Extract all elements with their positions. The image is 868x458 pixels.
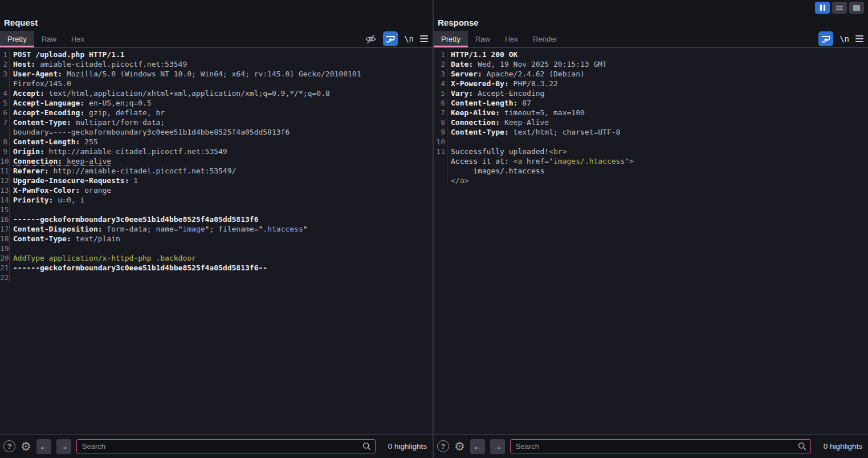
code-line: 22 xyxy=(0,273,433,282)
line-number xyxy=(434,166,447,176)
line-number: 5 xyxy=(434,88,447,98)
tab-hex[interactable]: Hex xyxy=(498,31,525,47)
line-number: 10 xyxy=(434,137,447,147)
word-wrap-icon[interactable] xyxy=(818,31,833,46)
gear-icon[interactable]: ⚙ xyxy=(21,440,31,452)
line-number: 9 xyxy=(434,127,447,137)
code-line: 6Accept-Encoding: gzip, deflate, br xyxy=(0,108,433,117)
request-editor[interactable]: 1POST /upload.php HTTP/1.12Host: amiable… xyxy=(0,48,433,434)
tab-raw[interactable]: Raw xyxy=(468,31,498,47)
code-line: 7Keep-Alive: timeout=5, max=100 xyxy=(434,108,868,117)
line-number: 5 xyxy=(0,98,10,108)
code-line: 9Content-Type: text/html; charset=UTF-8 xyxy=(434,127,868,137)
line-number: 4 xyxy=(434,79,447,88)
code-line: 10 xyxy=(434,137,868,147)
code-line: images/.htaccess xyxy=(434,166,868,176)
response-panel: Response PrettyRawHexRender \n 1HTTP/1.1… xyxy=(434,0,868,458)
code-line: 4X-Powered-By: PHP/8.3.22 xyxy=(434,79,868,88)
response-tabbar: PrettyRawHexRender \n xyxy=(434,31,868,48)
code-line: 17Content-Disposition: form-data; name="… xyxy=(0,224,433,234)
request-tabbar: PrettyRawHex \ xyxy=(0,31,433,48)
code-line: 13X-PwnFox-Color: orange xyxy=(0,185,433,195)
search-icon xyxy=(797,441,807,453)
tab-raw[interactable]: Raw xyxy=(34,31,64,47)
tab-hex[interactable]: Hex xyxy=(64,31,92,47)
line-number: 1 xyxy=(0,50,10,59)
code-line: 11Referer: http://amiable-citadel.picoct… xyxy=(0,166,433,176)
line-number: 7 xyxy=(434,108,447,117)
response-editor[interactable]: 1HTTP/1.1 200 OK2Date: Wed, 19 Nov 2025 … xyxy=(434,48,868,434)
hide-matches-icon[interactable] xyxy=(365,33,377,45)
code-line: 16------geckoformboundary3c0eee51b1d4bbe… xyxy=(0,214,433,224)
line-number: 3 xyxy=(0,69,10,79)
gear-icon[interactable]: ⚙ xyxy=(454,440,465,452)
code-line: 18Content-Type: text/plain xyxy=(0,234,433,244)
code-line: 5Vary: Accept-Encoding xyxy=(434,88,868,98)
request-highlights-count: 0 highlights xyxy=(388,442,427,451)
request-search-input[interactable] xyxy=(76,439,376,453)
columns-layout-icon[interactable] xyxy=(815,2,830,14)
previous-match-button[interactable]: ← xyxy=(36,439,51,454)
menu-icon[interactable] xyxy=(420,35,428,42)
response-search-bar: ? ⚙ ← → 0 highlights xyxy=(434,434,868,458)
line-number: 1 xyxy=(434,50,447,59)
code-line: 19 xyxy=(0,244,433,253)
line-number: 15 xyxy=(0,205,10,214)
newline-icon[interactable]: \n xyxy=(404,34,414,43)
next-match-button[interactable]: → xyxy=(490,439,505,454)
response-toolbar: \n xyxy=(818,31,863,47)
code-line: 11Successfully uploaded!<br> xyxy=(434,147,868,156)
help-icon[interactable]: ? xyxy=(3,440,15,452)
line-number: 8 xyxy=(0,137,10,147)
rows-layout-icon[interactable] xyxy=(832,2,847,14)
line-number: 11 xyxy=(0,166,10,176)
tab-render[interactable]: Render xyxy=(525,31,565,47)
next-match-button[interactable]: → xyxy=(56,439,71,454)
code-line: 8Content-Length: 255 xyxy=(0,137,433,147)
code-line: 2Host: amiable-citadel.picoctf.net:53549 xyxy=(0,59,433,69)
line-number: 17 xyxy=(0,224,10,234)
help-icon[interactable]: ? xyxy=(437,440,449,452)
code-line: 9Origin: http://amiable-citadel.picoctf.… xyxy=(0,147,433,156)
line-number: 3 xyxy=(434,69,447,79)
line-number: 2 xyxy=(434,59,447,69)
code-line: 2Date: Wed, 19 Nov 2025 20:15:13 GMT xyxy=(434,59,868,69)
code-line: Firefox/145.0 xyxy=(0,79,433,88)
line-number xyxy=(434,156,447,166)
request-toolbar: \n xyxy=(365,31,428,47)
line-number: 6 xyxy=(434,98,447,108)
previous-match-button[interactable]: ← xyxy=(470,439,485,454)
search-icon xyxy=(362,441,372,453)
code-line: 21------geckoformboundary3c0eee51b1d4bbe… xyxy=(0,263,433,273)
line-number: 19 xyxy=(0,244,10,253)
layout-controls xyxy=(815,2,864,14)
line-number xyxy=(434,176,447,185)
code-line: 10Connection: keep-alive xyxy=(0,156,433,166)
code-line: 15 xyxy=(0,205,433,214)
line-number: 2 xyxy=(0,59,10,69)
line-number: 10 xyxy=(0,156,10,166)
line-number: 8 xyxy=(434,117,447,127)
code-line: 5Accept-Language: en-US,en;q=0.5 xyxy=(0,98,433,108)
code-line: </a> xyxy=(434,176,868,185)
code-line: 4Accept: text/html,application/xhtml+xml… xyxy=(0,88,433,98)
single-pane-layout-icon[interactable] xyxy=(849,2,864,14)
code-line: 3User-Agent: Mozilla/5.0 (Windows NT 10.… xyxy=(0,69,433,79)
response-title: Response xyxy=(434,0,868,31)
tab-pretty[interactable]: Pretty xyxy=(434,31,468,47)
newline-icon[interactable]: \n xyxy=(840,34,849,43)
response-search-input[interactable] xyxy=(510,439,811,453)
code-line: 1POST /upload.php HTTP/1.1 xyxy=(0,50,433,59)
tab-pretty[interactable]: Pretty xyxy=(0,31,34,47)
request-search-bar: ? ⚙ ← → 0 highlights xyxy=(0,434,433,458)
line-number: 6 xyxy=(0,108,10,117)
line-number xyxy=(0,79,10,88)
menu-icon[interactable] xyxy=(855,35,863,42)
code-line: Access it at: <a href='images/.htaccess'… xyxy=(434,156,868,166)
line-number: 21 xyxy=(0,263,10,273)
request-title: Request xyxy=(0,0,433,31)
code-line: 12Upgrade-Insecure-Requests: 1 xyxy=(0,176,433,185)
code-line: 14Priority: u=0, i xyxy=(0,195,433,205)
word-wrap-icon[interactable] xyxy=(383,31,398,46)
code-line: 7Content-Type: multipart/form-data; xyxy=(0,117,433,127)
